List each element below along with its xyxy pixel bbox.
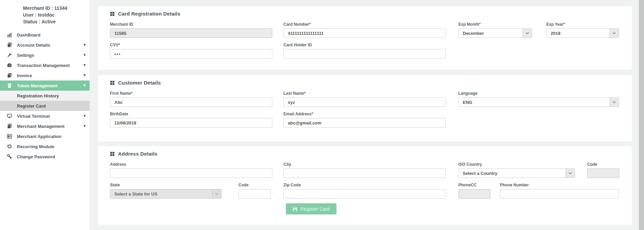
first-name-label: First Name* [110, 91, 272, 96]
sidebar-nav: DashBoard Account Details ▾ Settings ▾ T… [0, 30, 90, 162]
address-label: Address [110, 162, 272, 167]
language-label: Language [458, 91, 619, 96]
birthdate-input[interactable] [110, 118, 272, 128]
cvv-label: CVV* [110, 43, 272, 47]
email-label: Email Address* [283, 112, 446, 116]
sidebar-item-label: Settings [17, 53, 34, 58]
sidebar-item-account-details[interactable]: Account Details ▾ [0, 40, 90, 50]
iso-country-select[interactable]: Select a Country [458, 168, 575, 178]
country-code-label: Code [587, 162, 619, 167]
sidebar-subitem-register-card[interactable]: Register Card [0, 101, 90, 111]
sidebar: Merchant ID : 11344 User : testdoc Statu… [0, 0, 90, 230]
sidebar-item-label: Merchant Management [17, 124, 65, 129]
exp-month-label: Exp Month* [458, 22, 532, 27]
merchant-info: Merchant ID : 11344 User : testdoc Statu… [0, 0, 90, 28]
sidebar-item-invoice[interactable]: Invoice ▾ [0, 70, 90, 80]
section-title: Address Details [110, 151, 620, 157]
sidebar-item-change-password[interactable]: Change Password [0, 152, 90, 162]
city-input[interactable] [283, 168, 446, 178]
card-holder-id-label: Card Holder ID [283, 43, 446, 47]
bucket-icon [7, 83, 12, 88]
caret-down-icon: ▾ [84, 63, 86, 67]
section-title-text: Card Registration Details [118, 11, 180, 17]
sidebar-item-label: Merchant Application [17, 134, 62, 139]
language-value: ENG [459, 100, 472, 105]
state-code-input[interactable] [238, 189, 271, 199]
city-label: City [283, 162, 446, 167]
sidebar-item-settings[interactable]: Settings ▾ [0, 50, 90, 60]
section-title: Customer Details [110, 80, 620, 86]
sidebar-item-recurring-module[interactable]: Recurring Module [0, 141, 90, 152]
chevron-down-icon [610, 98, 619, 107]
country-code-input [587, 168, 619, 178]
iso-country-value: Select a Country [459, 171, 498, 176]
bar-chart-icon [7, 32, 12, 38]
card-registration-details-section: Card Registration Details Merchant ID Ca… [98, 6, 632, 70]
sidebar-item-label: Account Details [17, 43, 50, 48]
zip-code-input[interactable] [283, 189, 446, 199]
state-code-label: Code [238, 183, 271, 187]
last-name-label: Last Name* [283, 91, 446, 96]
phone-number-input[interactable] [500, 189, 619, 199]
merchant-id-text: Merchant ID : 11344 [23, 5, 90, 12]
gauge-icon [7, 63, 12, 68]
sidebar-item-token-management[interactable]: Token Management ▾ [0, 80, 90, 91]
vertical-scrollbar[interactable] [639, 0, 644, 230]
chevron-down-icon [212, 189, 221, 198]
sidebar-item-merchant-application[interactable]: Merchant Application [0, 131, 90, 141]
sidebar-item-dashboard[interactable]: DashBoard [0, 30, 90, 40]
grid-icon [110, 80, 115, 85]
grid-icon [110, 152, 115, 156]
card-holder-id-input[interactable] [283, 49, 446, 59]
register-card-button[interactable]: Register Card [286, 203, 337, 214]
sidebar-item-label: Transaction Management [17, 63, 70, 68]
last-name-input[interactable] [283, 97, 446, 107]
first-name-input[interactable] [110, 97, 272, 107]
sidebar-item-merchant-management[interactable]: Merchant Management ▾ [0, 121, 90, 131]
key-icon [7, 154, 12, 159]
caret-down-icon: ▾ [84, 42, 86, 47]
merchant-id-label: Merchant ID [110, 22, 272, 27]
sidebar-item-label: Recurring Module [17, 144, 54, 149]
register-card-label: Register Card [300, 206, 329, 212]
address-details-section: Address Details Address City ISO Country… [98, 146, 632, 225]
sidebar-item-virtual-terminal[interactable]: Virtual Terminal ▾ [0, 111, 90, 121]
card-number-input[interactable] [283, 28, 446, 38]
zip-code-label: Zip Code [283, 183, 446, 187]
address-input[interactable] [110, 168, 272, 178]
exp-year-select[interactable]: 2018 [546, 28, 619, 38]
grid-icon [110, 12, 115, 16]
sidebar-item-label: DashBoard [17, 32, 40, 38]
sidebar-subitem-registration-history[interactable]: Registration History [0, 91, 90, 101]
iso-country-label: ISO Country [458, 162, 575, 167]
section-title-text: Customer Details [118, 80, 161, 86]
cvv-input[interactable] [110, 49, 272, 59]
state-select: Select a State for US [110, 189, 222, 199]
exp-month-select[interactable]: December [458, 28, 532, 38]
phone-number-label: Phone Number [500, 183, 619, 187]
chevron-down-icon [566, 169, 575, 178]
monitor-icon [7, 113, 12, 119]
merchant-id-input [110, 28, 272, 38]
sidebar-subitem-label: Register Card [17, 104, 46, 109]
caret-down-icon: ▾ [84, 73, 86, 77]
caret-down-icon: ▾ [84, 113, 86, 118]
sidebar-item-transaction-management[interactable]: Transaction Management ▾ [0, 60, 90, 70]
card-number-label: Card Number* [283, 22, 446, 27]
sidebar-item-label: Change Password [17, 154, 55, 159]
chevron-down-icon [523, 29, 532, 38]
section-title: Card Registration Details [110, 11, 620, 17]
sidebar-item-label: Token Management [17, 83, 58, 88]
copy-icon [7, 42, 12, 48]
app-window-icon [7, 134, 12, 139]
language-select[interactable]: ENG [458, 97, 619, 107]
copy-icon [7, 73, 12, 78]
sidebar-subitem-label: Registration History [17, 93, 59, 98]
state-value: Select a State for US [110, 191, 157, 197]
phone-cc-label: PhoneCC [458, 183, 490, 187]
email-input[interactable] [283, 118, 446, 128]
sidebar-item-label: Invoice [17, 73, 32, 78]
caret-down-icon: ▾ [84, 83, 86, 88]
sidebar-item-label: Virtual Terminal [17, 114, 50, 119]
chevron-down-icon [610, 29, 619, 38]
